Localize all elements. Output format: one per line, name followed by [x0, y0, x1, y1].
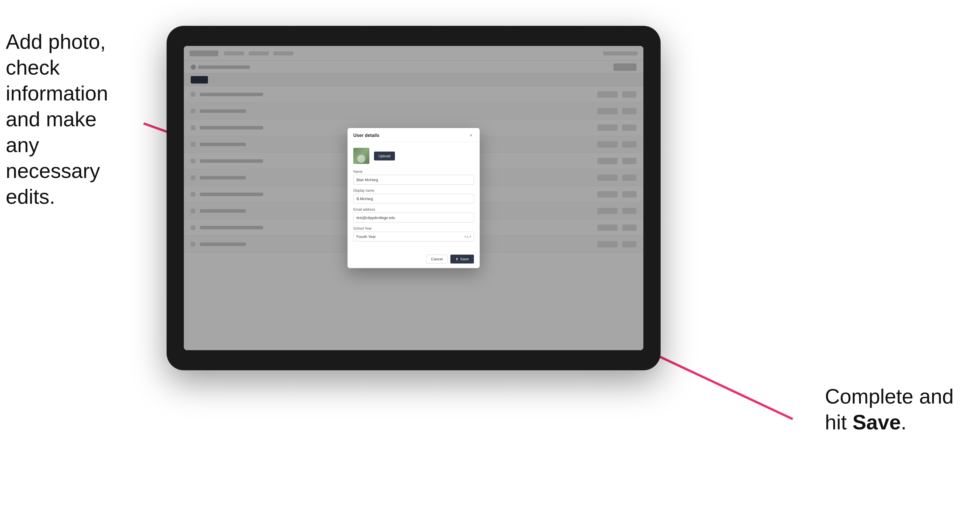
save-label: Save — [460, 257, 469, 261]
save-button[interactable]: ⬆ Save — [450, 255, 474, 264]
name-input[interactable] — [353, 175, 474, 184]
modal-header: User details × — [348, 128, 480, 142]
tablet-screen: User details × Upload — [184, 46, 643, 350]
modal-body: Upload Name Display name Email addre — [348, 142, 480, 251]
tablet-device: User details × Upload — [167, 26, 660, 370]
photo-image — [353, 148, 369, 164]
upload-photo-button[interactable]: Upload — [374, 152, 395, 160]
user-details-modal: User details × Upload — [348, 128, 480, 268]
modal-title: User details — [353, 133, 379, 138]
display-name-field-group: Display name — [353, 189, 474, 203]
school-year-label: School Year — [353, 227, 474, 230]
email-label: Email address — [353, 208, 474, 211]
modal-close-button[interactable]: × — [468, 133, 474, 138]
annotation-right: Complete and hit Save. — [825, 384, 963, 435]
display-name-label: Display name — [353, 189, 474, 193]
modal-footer: Cancel ⬆ Save — [348, 251, 480, 268]
photo-thumbnail — [353, 148, 369, 164]
photo-section: Upload — [353, 148, 474, 164]
email-input[interactable] — [353, 213, 474, 222]
school-year-select-wrapper: × ▲▼ — [353, 232, 474, 241]
school-year-input[interactable] — [353, 232, 474, 241]
display-name-input[interactable] — [353, 194, 474, 203]
modal-overlay: User details × Upload — [184, 46, 643, 350]
select-arrow-icon: ▲▼ — [466, 235, 472, 238]
cancel-button[interactable]: Cancel — [426, 255, 447, 264]
name-field-group: Name — [353, 170, 474, 184]
person-silhouette — [357, 155, 365, 163]
email-field-group: Email address — [353, 208, 474, 222]
save-icon: ⬆ — [455, 257, 458, 261]
name-label: Name — [353, 170, 474, 174]
annotation-left: Add photo, check information and make an… — [6, 29, 126, 210]
school-year-field-group: School Year × ▲▼ — [353, 227, 474, 241]
